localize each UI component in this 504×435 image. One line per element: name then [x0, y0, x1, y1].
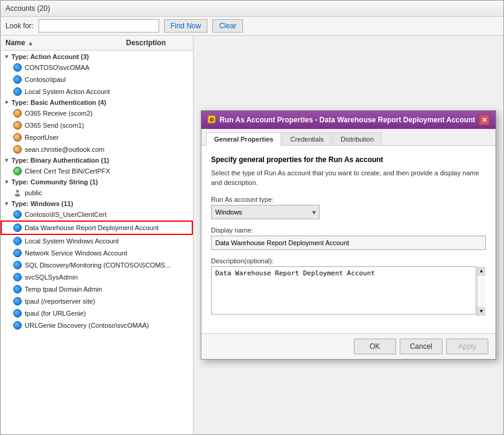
list-item[interactable]: Network Service Windows Account [1, 247, 193, 259]
list-item[interactable]: Client Cert Test BIN/CertPFX [1, 165, 193, 177]
list-item[interactable]: Temp tpaul Domain Admin [1, 283, 193, 295]
globe-icon [13, 166, 22, 176]
list-item[interactable]: ReportUser [1, 131, 193, 143]
dialog-overlay: ⚙ Run As Account Properties - Data Wareh… [194, 36, 503, 434]
expand-icon: ▼ [3, 99, 10, 106]
description-group: Description(optional): ▲ ▼ [211, 257, 486, 316]
scrollbar-down-btn[interactable]: ▼ [477, 307, 485, 316]
list-item[interactable]: sean.christie@outlook.com [1, 143, 193, 155]
main-window: Accounts (20) Look for: Find Now Clear N… [0, 0, 504, 435]
svg-text:⚙: ⚙ [209, 117, 214, 123]
run-as-account-dialog: ⚙ Run As Account Properties - Data Wareh… [201, 110, 496, 360]
expand-icon: ▼ [3, 53, 10, 60]
svg-point-0 [16, 190, 19, 193]
list-item[interactable]: public [1, 187, 193, 199]
dialog-close-button[interactable]: ✕ [479, 114, 490, 125]
tree-container: ▼ Type: Action Account (3) CONTOSO\svcOM… [1, 51, 193, 333]
run-as-type-label: Run As account type: [211, 196, 486, 203]
description-label: Description(optional): [211, 257, 486, 264]
left-panel: Name ▲ Description ▼ Type: Action Accoun… [1, 36, 194, 434]
right-panel: ⚙ Run As Account Properties - Data Wareh… [194, 36, 503, 434]
look-for-label: Look for: [5, 22, 34, 30]
globe-icon [13, 133, 22, 142]
list-item[interactable]: svcSQLSysAdmin [1, 271, 193, 283]
display-name-label: Display name: [211, 227, 486, 234]
globe-icon [13, 260, 22, 270]
dialog-tabs: General Properties Credentials Distribut… [201, 129, 496, 146]
globe-icon [13, 236, 22, 246]
globe-icon [13, 223, 22, 233]
svg-point-1 [15, 194, 20, 197]
globe-icon [13, 248, 22, 258]
list-item[interactable]: O365 Receive (scom2) [1, 107, 193, 119]
list-item[interactable]: Local System Action Account [1, 86, 193, 98]
run-as-type-input[interactable] [211, 205, 320, 219]
col-name-header[interactable]: Name ▲ [1, 37, 121, 48]
description-textarea-wrapper: ▲ ▼ [211, 266, 486, 316]
dialog-title-bar: ⚙ Run As Account Properties - Data Wareh… [201, 111, 496, 129]
scrollbar-up-btn[interactable]: ▲ [477, 267, 485, 275]
ok-button[interactable]: OK [354, 339, 396, 354]
globe-icon [13, 272, 22, 282]
description-textarea[interactable] [211, 266, 476, 315]
group-action-account[interactable]: ▼ Type: Action Account (3) [1, 52, 193, 61]
list-item[interactable]: Contoso\tpaul [1, 74, 193, 86]
tab-credentials[interactable]: Credentials [282, 133, 332, 145]
dropdown-arrow-icon: ▼ [311, 208, 317, 215]
tab-distribution[interactable]: Distribution [333, 133, 382, 145]
list-item[interactable]: CONTOSO\svcOMAA [1, 61, 193, 74]
look-for-input[interactable] [39, 19, 159, 33]
scrollbar-track [477, 275, 485, 307]
column-headers: Name ▲ Description [1, 36, 193, 51]
content-area: Name ▲ Description ▼ Type: Action Accoun… [1, 36, 503, 434]
cancel-button[interactable]: Cancel [400, 339, 443, 354]
list-item-dwrda[interactable]: Data Warehouse Report Deployment Account [1, 221, 193, 235]
globe-icon [13, 108, 22, 118]
sort-arrow-icon: ▲ [28, 40, 34, 46]
globe-icon [13, 87, 22, 96]
dialog-section-title: Specify general properties for the Run A… [211, 155, 486, 164]
dialog-description: Select the type of Run As account that y… [211, 169, 486, 187]
list-item[interactable]: URLGenie Discovery (Contoso\svcOMAA) [1, 319, 193, 331]
globe-icon [13, 308, 22, 318]
display-name-group: Display name: [211, 227, 486, 250]
run-as-type-group: Run As account type: ▼ [211, 196, 486, 219]
group-windows[interactable]: ▼ Type: Windows (11) [1, 199, 193, 208]
group-binary-auth[interactable]: ▼ Type: Binary Authentication (1) [1, 155, 193, 165]
list-item[interactable]: Contoso\IIS_UserClientCert [1, 208, 193, 221]
list-item[interactable]: tpaul (for URLGenie) [1, 307, 193, 319]
list-item[interactable]: Local System Windows Account [1, 235, 193, 247]
globe-icon [13, 210, 22, 219]
globe-icon [13, 120, 22, 130]
list-item[interactable]: tpaul (/reportserver site) [1, 295, 193, 307]
expand-icon: ▼ [3, 178, 10, 186]
list-item[interactable]: SQL Discovery/Monitoring (CONTOSO\SCOMS.… [1, 259, 193, 271]
globe-icon [13, 284, 22, 294]
globe-icon [13, 63, 22, 72]
globe-icon [13, 75, 22, 84]
globe-icon [13, 321, 22, 330]
apply-button[interactable]: Apply [446, 339, 488, 354]
display-name-input[interactable] [211, 236, 486, 250]
title-bar: Accounts (20) [1, 1, 503, 17]
toolbar: Look for: Find Now Clear [1, 17, 503, 36]
group-community-string[interactable]: ▼ Type: Community String (1) [1, 177, 193, 187]
dwrda-label: Data Warehouse Report Deployment Account [25, 224, 189, 231]
col-desc-header[interactable]: Description [121, 37, 193, 48]
group-basic-auth[interactable]: ▼ Type: Basic Authentication (4) [1, 98, 193, 107]
expand-icon: ▼ [3, 157, 10, 164]
find-now-button[interactable]: Find Now [164, 19, 208, 33]
dialog-footer: OK Cancel Apply [201, 333, 496, 359]
list-item[interactable]: O365 Send (scom1) [1, 119, 193, 131]
dialog-icon: ⚙ [207, 115, 216, 125]
window-title: Accounts (20) [5, 4, 50, 13]
globe-icon [13, 296, 22, 306]
globe-icon [13, 145, 22, 154]
person-icon [13, 188, 22, 198]
expand-icon: ▼ [3, 200, 10, 207]
clear-button[interactable]: Clear [212, 19, 243, 33]
dialog-body: Specify general properties for the Run A… [201, 146, 496, 333]
dialog-title: Run As Account Properties - Data Warehou… [219, 116, 475, 124]
description-scrollbar[interactable]: ▲ ▼ [477, 267, 485, 316]
tab-general-properties[interactable]: General Properties [206, 133, 281, 146]
